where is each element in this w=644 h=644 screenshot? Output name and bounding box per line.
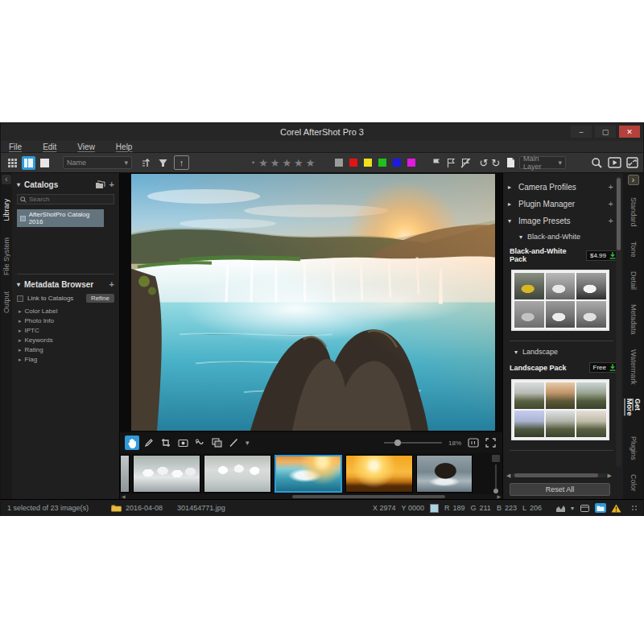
clear-rating-dot-icon[interactable]: • (252, 159, 254, 167)
camera-profiles-section[interactable]: ▸ Camera Profiles + (508, 182, 620, 192)
landscape-pack-preview[interactable] (511, 379, 609, 440)
actual-size-button[interactable] (468, 438, 479, 448)
slideshow-icon[interactable] (608, 157, 621, 168)
color-label-yellow[interactable] (364, 159, 372, 167)
histogram-icon[interactable] (555, 504, 566, 513)
menu-file[interactable]: File (9, 142, 22, 151)
image-presets-add-icon[interactable]: + (609, 216, 613, 225)
landscape-group-row[interactable]: ▾ Landscape (514, 348, 620, 356)
flag-reject-icon[interactable] (460, 158, 471, 168)
filmstrip-thumbnail-partial[interactable] (120, 455, 130, 493)
scroll-thumb[interactable] (514, 473, 599, 477)
image-presets-section[interactable]: ▾ Image Presets + (508, 216, 620, 225)
filmstrip-thumbnail-white-horses[interactable] (133, 455, 200, 493)
redo-icon[interactable]: ↻ (491, 157, 500, 169)
plugin-manager-add-icon[interactable]: + (609, 199, 613, 208)
rating-control[interactable]: • ★★★★★ (252, 157, 317, 169)
tab-get-more[interactable]: Get More (625, 398, 642, 422)
color-label-red[interactable] (349, 159, 357, 167)
import-status-icon[interactable] (579, 503, 590, 513)
thumbnail-options-button[interactable] (492, 455, 500, 462)
resize-grip[interactable] (632, 506, 637, 510)
reset-all-button[interactable]: Reset All (510, 483, 610, 496)
flag-pick-icon[interactable] (431, 158, 441, 168)
sort-by-dropdown[interactable]: Name ▾ (63, 156, 132, 169)
star-rating-icons[interactable]: ★★★★★ (258, 157, 317, 169)
crop-tool-button[interactable] (159, 436, 173, 450)
expand-right-panel-button[interactable]: › (628, 175, 639, 185)
thumbnail-size-slider[interactable] (495, 464, 497, 493)
sort-direction-button[interactable] (138, 155, 155, 170)
tree-item-rating[interactable]: ▸ Rating (19, 346, 114, 353)
filmstrip-thumbnail-horses-water[interactable] (204, 455, 271, 493)
tab-standard[interactable]: Standard (630, 197, 638, 227)
main-photo-waterfall[interactable] (131, 174, 495, 431)
catalog-folders-icon[interactable] (95, 180, 105, 189)
magnifier-icon[interactable] (591, 157, 603, 169)
zoom-slider[interactable] (384, 442, 442, 444)
triangle-down-icon[interactable]: ▾ (17, 181, 20, 188)
tree-item-flag[interactable]: ▸ Flag (19, 356, 114, 363)
camera-profiles-add-icon[interactable]: + (609, 182, 613, 192)
warning-icon[interactable] (611, 504, 621, 513)
bw-pack-preview[interactable] (511, 270, 609, 331)
scroll-thumb[interactable] (617, 178, 621, 250)
redeye-tool-button[interactable] (175, 436, 190, 450)
heal-tool-button[interactable] (192, 436, 207, 450)
tree-item-photo-info[interactable]: ▸ Photo Info (19, 317, 114, 324)
triangle-right-icon[interactable]: ▸ (508, 184, 514, 191)
triangle-down-icon[interactable]: ▾ (508, 217, 514, 225)
presets-horizontal-scrollbar[interactable]: ◀ ▶ (506, 473, 612, 478)
triangle-down-icon[interactable]: ▾ (17, 281, 20, 288)
menu-edit[interactable]: Edit (43, 142, 56, 151)
tab-output[interactable]: Output (2, 291, 10, 313)
tab-metadata[interactable]: Metadata (630, 304, 638, 335)
minimize-button[interactable]: – (571, 126, 592, 138)
layer-dropdown[interactable]: Main Layer ▾ (519, 156, 566, 169)
filmstrip-thumbnail-sunset-horses[interactable] (345, 455, 413, 493)
fit-to-screen-button[interactable] (485, 438, 496, 448)
fullscreen-icon[interactable] (626, 157, 638, 168)
filmstrip-thumbnail-dark-horse[interactable] (416, 455, 473, 493)
triangle-right-icon[interactable]: ▸ (508, 200, 514, 208)
more-tools-chevron-icon[interactable]: ▾ (246, 439, 250, 447)
bw-group-row[interactable]: ▾ Black-and-White (519, 233, 620, 241)
thumbnail-size-knob[interactable] (493, 489, 498, 493)
scroll-right-icon[interactable]: ▶ (608, 473, 612, 479)
edit-brush-tool-button[interactable] (142, 436, 156, 450)
link-to-catalogs-checkbox[interactable] (17, 295, 23, 302)
collapse-left-panel-button[interactable]: ‹ (2, 175, 11, 184)
export-button[interactable]: ↑ (174, 155, 189, 170)
tab-file-system[interactable]: File System (2, 237, 10, 275)
metadata-add-icon[interactable]: + (109, 279, 114, 289)
new-layer-icon[interactable] (506, 157, 515, 168)
tree-item-color-label[interactable]: ▸ Color Label (19, 308, 114, 315)
menu-view[interactable]: View (77, 142, 95, 151)
tab-plugins[interactable]: Plugins (630, 436, 638, 460)
combined-view-button[interactable] (22, 156, 35, 170)
single-image-view-button[interactable] (38, 156, 52, 170)
triangle-down-icon[interactable]: ▾ (514, 349, 518, 356)
filter-button[interactable] (155, 155, 171, 170)
filmstrip-scroll-thumb[interactable] (292, 495, 445, 498)
undo-icon[interactable]: ↺ (479, 157, 488, 169)
filmstrip-thumbnail-waterfall-selected[interactable] (275, 455, 342, 493)
close-button[interactable]: ✕ (619, 126, 640, 138)
tree-item-iptc[interactable]: ▸ IPTC (19, 327, 114, 334)
presets-vertical-scrollbar[interactable] (616, 176, 621, 467)
color-label-gray[interactable] (335, 159, 343, 167)
folder-date[interactable]: 2016-04-08 (126, 504, 163, 512)
flag-unflag-icon[interactable] (446, 158, 456, 168)
tab-detail[interactable]: Detail (630, 271, 638, 290)
sync-status-icon[interactable] (595, 503, 606, 513)
thumbnail-view-button[interactable] (6, 156, 19, 170)
color-label-magenta[interactable] (407, 159, 415, 167)
zoom-slider-knob[interactable] (394, 440, 401, 446)
tab-tone[interactable]: Tone (630, 242, 638, 258)
tab-library[interactable]: Library (2, 199, 10, 221)
search-input[interactable] (29, 196, 111, 203)
tab-color[interactable]: Color (630, 474, 638, 492)
triangle-down-icon[interactable]: ▾ (519, 233, 522, 241)
plugin-manager-section[interactable]: ▸ Plugin Manager + (508, 199, 620, 208)
maximize-button[interactable]: ▢ (595, 126, 616, 138)
